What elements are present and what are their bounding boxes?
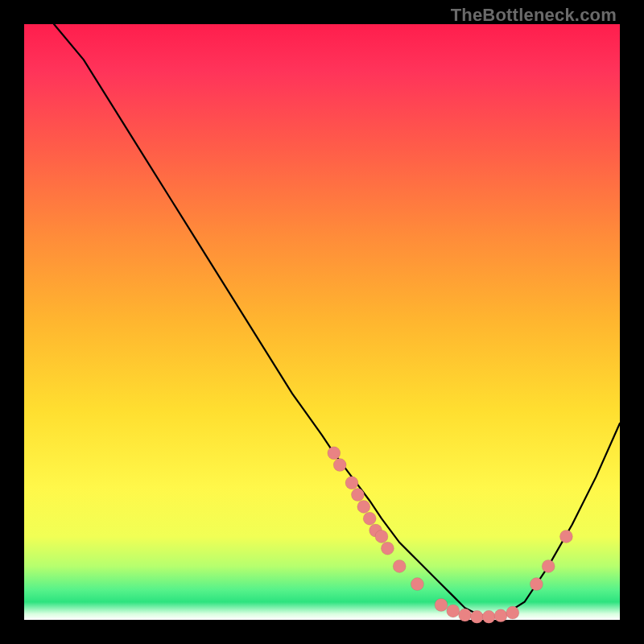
chart-svg xyxy=(24,24,620,620)
chart-frame: TheBottleneck.com xyxy=(0,0,644,644)
data-marker xyxy=(435,599,448,612)
marker-layer xyxy=(328,447,573,624)
data-marker xyxy=(447,605,460,617)
data-marker xyxy=(328,447,341,460)
data-marker xyxy=(530,578,543,591)
data-marker xyxy=(393,559,406,572)
data-marker xyxy=(333,459,346,472)
data-marker xyxy=(381,542,394,555)
data-marker xyxy=(559,530,572,543)
data-marker xyxy=(357,500,370,513)
chart-plot-area xyxy=(24,24,620,620)
watermark-text: TheBottleneck.com xyxy=(451,5,617,26)
data-marker xyxy=(411,578,423,591)
data-marker xyxy=(459,609,472,621)
data-marker xyxy=(363,512,376,525)
data-marker xyxy=(470,610,483,623)
data-marker xyxy=(375,530,388,543)
data-marker xyxy=(506,606,519,619)
data-marker xyxy=(351,489,364,502)
data-marker xyxy=(482,610,495,623)
data-marker xyxy=(542,559,555,572)
data-marker xyxy=(494,609,507,622)
bottleneck-curve xyxy=(54,24,620,617)
data-marker xyxy=(345,477,358,489)
